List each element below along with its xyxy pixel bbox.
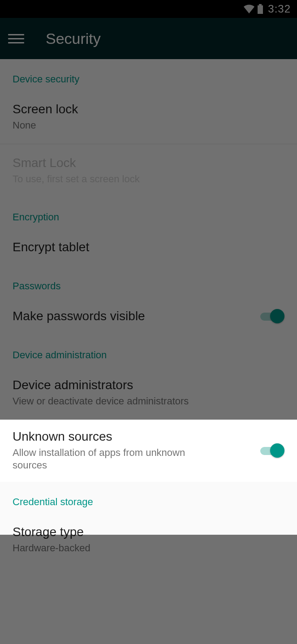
item-title: Encrypt tablet [13,240,284,254]
section-device-security: Device security [0,59,297,90]
page-title: Security [46,30,101,47]
status-clock: 3:32 [268,3,291,15]
item-smart-lock: Smart Lock To use, first set a screen lo… [0,144,297,197]
section-encryption: Encryption [0,197,297,228]
svg-rect-1 [258,5,263,14]
wifi-icon [244,4,254,13]
section-passwords: Passwords [0,266,297,297]
menu-icon[interactable] [8,34,24,43]
item-passwords-visible[interactable]: Make passwords visible [0,297,297,335]
item-unknown-sources[interactable]: Unknown sources Allow installation of ap… [0,420,297,482]
battery-icon [257,4,263,14]
app-bar: Security [0,18,297,59]
switch-thumb [270,309,284,323]
item-subtitle: None [13,119,284,132]
item-subtitle: To use, first set a screen lock [13,173,284,186]
svg-rect-0 [259,4,262,5]
item-device-administrators[interactable]: Device administrators View or deactivate… [0,366,297,420]
section-device-admin: Device administration [0,335,297,366]
toggle-unknown-sources[interactable] [260,443,284,458]
item-title: Device administrators [13,378,284,392]
item-title: Screen lock [13,102,284,116]
item-screen-lock[interactable]: Screen lock None [0,90,297,144]
toggle-passwords-visible[interactable] [260,309,284,323]
item-encrypt-tablet[interactable]: Encrypt tablet [0,228,297,266]
screen: 3:32 Security Device security Screen loc… [0,0,297,644]
switch-thumb [270,443,284,458]
item-subtitle: Hardware-backed [13,542,284,555]
item-title: Storage type [13,525,284,539]
item-storage-type[interactable]: Storage type Hardware-backed [0,513,297,567]
section-credential-storage: Credential storage [0,482,297,513]
item-title: Unknown sources [13,429,252,444]
status-bar: 3:32 [0,0,297,18]
item-title: Make passwords visible [13,309,252,323]
item-title: Smart Lock [13,156,284,170]
settings-list: Device security Screen lock None Smart L… [0,59,297,567]
item-subtitle: Allow installation of apps from unknown … [13,447,210,472]
item-subtitle: View or deactivate device administrators [13,395,284,408]
